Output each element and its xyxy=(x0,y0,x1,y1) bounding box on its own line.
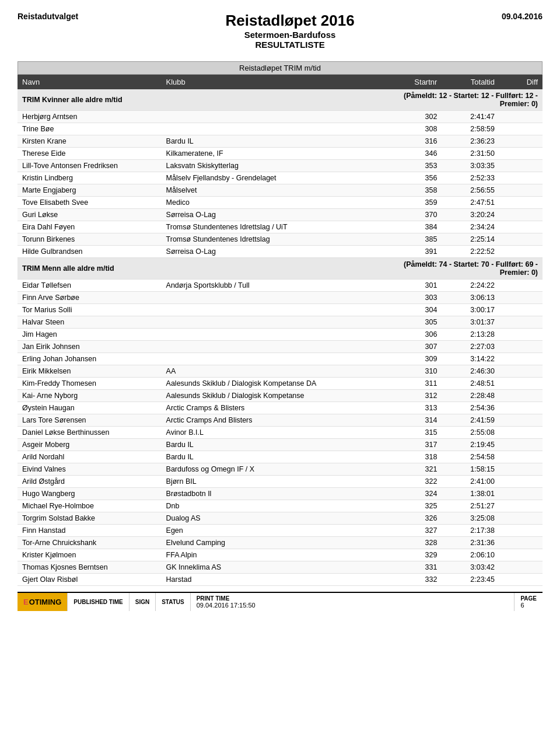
table-cell: 3:03:35 xyxy=(442,160,499,172)
table-cell xyxy=(499,390,542,402)
table-cell xyxy=(499,537,542,549)
table-row: Hugo WangbergBrøstadbotn Il3241:38:01 xyxy=(18,488,542,500)
footer-published: PUBLISHED TIME xyxy=(67,593,128,611)
header-center: Reistadløpet 2016 Setermoen-Bardufoss RE… xyxy=(226,12,355,50)
table-cell xyxy=(499,463,542,476)
table-cell xyxy=(499,111,542,123)
table-cell: Torunn Birkenes xyxy=(18,233,162,246)
table-cell xyxy=(499,184,542,197)
table-cell: Arild Østgård xyxy=(18,476,162,488)
table-cell: 316 xyxy=(391,135,442,148)
table-cell xyxy=(499,451,542,463)
table-cell: 2:28:48 xyxy=(442,390,499,402)
table-cell: Elvelund Camping xyxy=(162,537,392,549)
table-cell: 391 xyxy=(391,246,442,258)
category-label: TRIM Menn alle aldre m/tid xyxy=(18,258,391,280)
table-cell: Jim Hagen xyxy=(18,329,162,341)
table-row: Jim Hagen3062:13:28 xyxy=(18,329,542,341)
footer-page: PAGE 6 xyxy=(514,593,542,611)
col-header-klubb: Klubb xyxy=(162,75,392,89)
footer: EOTIMING PUBLISHED TIME SIGN STATUS PRIN… xyxy=(18,592,542,611)
table-cell xyxy=(499,378,542,390)
table-cell xyxy=(162,341,392,353)
table-cell: Kristin Lindberg xyxy=(18,172,162,184)
table-cell: Halvar Steen xyxy=(18,316,162,329)
table-cell: Målselvet xyxy=(162,184,392,197)
table-cell: 331 xyxy=(391,561,442,574)
table-row: Jan Eirik Johnsen3072:27:03 xyxy=(18,341,542,353)
table-row: Therese EideKilkameratene, IF3462:31:50 xyxy=(18,148,542,160)
footer-status: STATUS xyxy=(155,593,190,611)
table-row: Kristin LindbergMålselv Fjellandsby - Gr… xyxy=(18,172,542,184)
footer-print: PRINT TIME 09.04.2016 17:15:50 xyxy=(190,593,261,611)
table-cell xyxy=(499,148,542,160)
table-cell: 322 xyxy=(391,476,442,488)
table-cell: Dualog AS xyxy=(162,512,392,525)
table-cell: 2:24:22 xyxy=(442,280,499,292)
event-location: Setermoen-Bardufoss xyxy=(226,30,355,40)
table-cell: Jan Eirik Johnsen xyxy=(18,341,162,353)
table-cell: Tor Marius Solli xyxy=(18,304,162,316)
table-cell: Aalesunds Skiklub / Dialogisk Kompetanse… xyxy=(162,378,392,390)
table-cell: Bjørn BIL xyxy=(162,476,392,488)
table-cell xyxy=(499,402,542,414)
table-cell: Bardu IL xyxy=(162,439,392,451)
table-cell: 313 xyxy=(391,402,442,414)
footer-logo: EOTIMING xyxy=(18,593,67,611)
table-cell xyxy=(162,316,392,329)
table-row: Hilde GulbrandsenSørreisa O-Lag3912:22:5… xyxy=(18,246,542,258)
table-cell: Krister Kjølmoen xyxy=(18,549,162,561)
table-cell: Erling Johan Johansen xyxy=(18,353,162,365)
table-cell: 2:06:10 xyxy=(442,549,499,561)
table-cell: Dnb xyxy=(162,500,392,512)
print-value: 09.04.2016 17:15:50 xyxy=(197,602,256,609)
table-cell: 2:23:45 xyxy=(442,574,499,586)
table-cell: 2:41:00 xyxy=(442,476,499,488)
table-cell: 2:55:08 xyxy=(442,427,499,439)
table-row: Michael Rye-HolmboeDnb3252:51:27 xyxy=(18,500,542,512)
table-cell: 2:54:36 xyxy=(442,402,499,414)
table-row: Trine Bøe3082:58:59 xyxy=(18,123,542,135)
table-row: Finn HanstadEgen3272:17:38 xyxy=(18,525,542,537)
table-cell: 3:25:08 xyxy=(442,512,499,525)
header: Reistadutvalget Reistadløpet 2016 Seterm… xyxy=(18,12,542,50)
table-row: Marte EngjabergMålselvet3582:56:55 xyxy=(18,184,542,197)
col-header-diff: Diff xyxy=(499,75,542,89)
table-cell: 309 xyxy=(391,353,442,365)
table-row: Thomas Kjosnes BerntsenGK Inneklima AS33… xyxy=(18,561,542,574)
table-header-row: Navn Klubb Startnr Totaltid Diff xyxy=(18,75,542,89)
table-cell: Tor-Arne Chruickshank xyxy=(18,537,162,549)
table-cell: 3:01:37 xyxy=(442,316,499,329)
table-row: Kai- Arne NyborgAalesunds Skiklub / Dial… xyxy=(18,390,542,402)
table-cell: Brøstadbotn Il xyxy=(162,488,392,500)
table-row: Øystein HauganArctic Cramps & Blisters31… xyxy=(18,402,542,414)
print-label: PRINT TIME xyxy=(197,595,256,602)
organizer-label: Reistadutvalget xyxy=(18,12,78,21)
table-cell: 317 xyxy=(391,439,442,451)
table-cell: 2:54:58 xyxy=(442,451,499,463)
table-cell xyxy=(162,304,392,316)
table-cell: Gjert Olav Risbøl xyxy=(18,574,162,586)
table-cell: Øystein Haugan xyxy=(18,402,162,414)
table-cell: 328 xyxy=(391,537,442,549)
table-cell: Tromsø Stundentenes Idrettslag / UiT xyxy=(162,221,392,233)
table-cell xyxy=(499,476,542,488)
table-row: Tor-Arne ChruickshankElvelund Camping328… xyxy=(18,537,542,549)
table-row: Asgeir MobergBardu IL3172:19:45 xyxy=(18,439,542,451)
table-row: Arild ØstgårdBjørn BIL3222:41:00 xyxy=(18,476,542,488)
table-cell: 2:47:51 xyxy=(442,197,499,209)
table-cell: Laksvatn Skiskytterlag xyxy=(162,160,392,172)
table-cell: Egen xyxy=(162,525,392,537)
table-cell: 2:48:51 xyxy=(442,378,499,390)
table-cell: 308 xyxy=(391,123,442,135)
table-cell: Sørreisa O-Lag xyxy=(162,246,392,258)
table-row: Tor Marius Solli3043:00:17 xyxy=(18,304,542,316)
table-cell: 324 xyxy=(391,488,442,500)
table-cell: Eidar Tøllefsen xyxy=(18,280,162,292)
table-cell: 353 xyxy=(391,160,442,172)
event-title: Reistadløpet 2016 xyxy=(226,12,355,30)
table-row: Halvar Steen3053:01:37 xyxy=(18,316,542,329)
table-cell: Guri Løkse xyxy=(18,209,162,221)
table-cell: FFA Alpin xyxy=(162,549,392,561)
table-cell xyxy=(499,316,542,329)
